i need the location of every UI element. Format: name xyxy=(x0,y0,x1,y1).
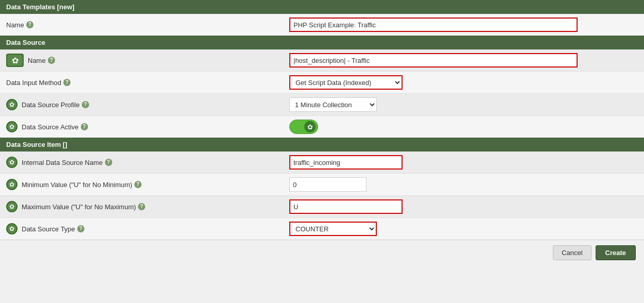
ds-item-header: Data Source Item [] xyxy=(0,138,644,152)
data-source-body: ✿ Name ? Data Input Method ? Get Script … xyxy=(0,49,644,138)
dsa-toggle-icon: ✿ xyxy=(9,123,14,130)
dst-select-area: COUNTER GAUGE DERIVE ABSOLUTE xyxy=(289,222,638,236)
internal-name-row: ✿ Internal Data Source Name ? xyxy=(0,152,644,174)
dsa-toggle-area: ✿ xyxy=(289,120,638,134)
dim-select[interactable]: Get Script Data (Indexed) xyxy=(289,75,403,90)
dsa-label-area: ✿ Data Source Active ? xyxy=(6,121,289,132)
mv-help-icon[interactable]: ? xyxy=(134,181,142,188)
dim-label-area: Data Input Method ? xyxy=(6,79,289,87)
maxv-input-area xyxy=(289,199,638,214)
dsa-toggle[interactable]: ✿ xyxy=(6,121,18,132)
dsa-label: Data Source Active xyxy=(22,123,79,131)
in-toggle-icon: ✿ xyxy=(9,159,14,166)
dst-label-area: ✿ Data Source Type ? xyxy=(6,223,289,234)
ds-item-title: Data Source Item [] xyxy=(6,141,67,148)
dim-label: Data Input Method xyxy=(6,79,61,87)
name-label: Name xyxy=(6,21,24,29)
name-label-area: Name ? xyxy=(6,21,289,29)
dst-select[interactable]: COUNTER GAUGE DERIVE ABSOLUTE xyxy=(289,222,377,236)
dsp-toggle-icon: ✿ xyxy=(9,101,14,108)
ds-profile-row: ✿ Data Source Profile ? 1 Minute Collect… xyxy=(0,94,644,116)
data-templates-title: Data Templates [new] xyxy=(6,3,75,11)
maxv-label-area: ✿ Maximum Value ("U" for No Maximum) ? xyxy=(6,201,289,212)
min-value-row: ✿ Minimum Value ("U" for No Minimum) ? xyxy=(0,174,644,196)
ds-name-toggle-btn[interactable]: ✿ xyxy=(6,54,24,67)
ds-item-body: ✿ Internal Data Source Name ? ✿ Minimum … xyxy=(0,152,644,240)
internal-name-input[interactable] xyxy=(289,155,403,170)
data-templates-header: Data Templates [new] xyxy=(0,0,644,14)
data-source-title: Data Source xyxy=(6,39,45,46)
ds-active-row: ✿ Data Source Active ? ✿ xyxy=(0,116,644,138)
dsa-help-icon[interactable]: ? xyxy=(81,123,88,130)
page-wrapper: Data Templates [new] Name ? Data Source … xyxy=(0,0,644,303)
dsa-active-knob-icon: ✿ xyxy=(307,123,313,131)
dst-row: ✿ Data Source Type ? COUNTER GAUGE DERIV… xyxy=(0,218,644,240)
data-source-header: Data Source xyxy=(0,36,644,49)
dsp-help-icon[interactable]: ? xyxy=(82,101,89,108)
maxv-label: Maximum Value ("U" for No Maximum) xyxy=(22,203,136,211)
dsp-label-area: ✿ Data Source Profile ? xyxy=(6,99,289,110)
dsp-label: Data Source Profile xyxy=(22,101,80,109)
max-value-input[interactable] xyxy=(289,199,403,214)
max-value-row: ✿ Maximum Value ("U" for No Maximum) ? xyxy=(0,196,644,218)
in-help-icon[interactable]: ? xyxy=(105,159,112,166)
dsp-select-area: 1 Minute Collection xyxy=(289,97,638,112)
in-input-area xyxy=(289,155,638,170)
ds-name-input[interactable] xyxy=(289,53,578,68)
template-name-input[interactable] xyxy=(289,18,578,32)
maxv-toggle-icon: ✿ xyxy=(9,203,14,210)
min-value-input[interactable] xyxy=(289,177,367,192)
dsp-toggle[interactable]: ✿ xyxy=(6,99,18,110)
ds-name-label: Name xyxy=(28,57,46,64)
in-label: Internal Data Source Name xyxy=(22,159,103,166)
mv-label: Minimum Value ("U" for No Minimum) xyxy=(22,181,132,189)
ds-name-help-icon[interactable]: ? xyxy=(48,57,55,64)
dsa-active-toggle[interactable]: ✿ xyxy=(289,120,318,134)
bottom-bar: Cancel Create xyxy=(0,240,644,265)
in-label-area: ✿ Internal Data Source Name ? xyxy=(6,157,289,168)
dst-toggle[interactable]: ✿ xyxy=(6,223,18,234)
data-input-method-row: Data Input Method ? Get Script Data (Ind… xyxy=(0,72,644,94)
dim-select-area: Get Script Data (Indexed) xyxy=(289,75,638,90)
create-button[interactable]: Create xyxy=(596,245,636,260)
dst-help-icon[interactable]: ? xyxy=(77,225,84,232)
mv-input-area xyxy=(289,177,638,192)
ds-name-row: ✿ Name ? xyxy=(0,49,644,72)
ds-name-toggle-icon: ✿ xyxy=(12,56,19,65)
dst-toggle-icon: ✿ xyxy=(9,225,14,232)
mv-toggle-icon: ✿ xyxy=(9,181,14,188)
name-input-area xyxy=(289,18,638,32)
cancel-button[interactable]: Cancel xyxy=(553,245,591,260)
dsp-select[interactable]: 1 Minute Collection xyxy=(289,97,377,112)
maxv-help-icon[interactable]: ? xyxy=(138,203,145,210)
name-help-icon[interactable]: ? xyxy=(26,21,33,28)
ds-name-label-area: ✿ Name ? xyxy=(6,54,289,67)
dim-help-icon[interactable]: ? xyxy=(63,79,71,86)
dst-label: Data Source Type xyxy=(22,225,75,233)
data-templates-body: Name ? xyxy=(0,14,644,36)
dsa-active-knob: ✿ xyxy=(304,121,316,132)
mv-label-area: ✿ Minimum Value ("U" for No Minimum) ? xyxy=(6,179,289,190)
ds-name-input-area xyxy=(289,53,638,68)
in-toggle[interactable]: ✿ xyxy=(6,157,18,168)
name-row: Name ? xyxy=(0,14,644,36)
mv-toggle[interactable]: ✿ xyxy=(6,179,18,190)
maxv-toggle[interactable]: ✿ xyxy=(6,201,18,212)
